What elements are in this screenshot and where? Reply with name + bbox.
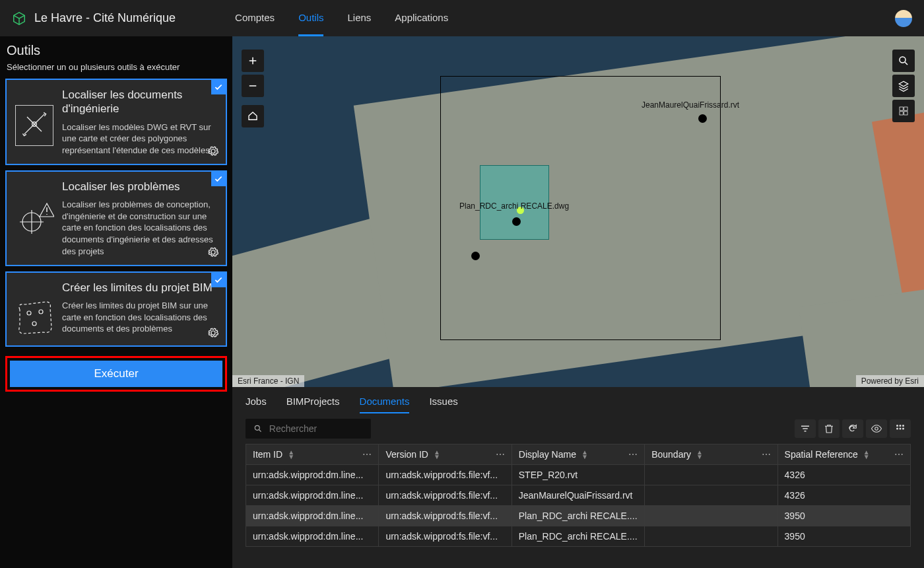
check-icon — [211, 273, 226, 287]
column-sref[interactable]: Spatial Reference▲▼⋯ — [777, 444, 910, 465]
basemap-button[interactable] — [892, 100, 915, 122]
table-row[interactable]: urn:adsk.wipprod:dm.line...urn:adsk.wipp… — [246, 485, 911, 506]
svg-point-2 — [900, 57, 906, 63]
column-menu-icon[interactable]: ⋯ — [496, 449, 505, 460]
svg-rect-5 — [900, 112, 903, 115]
svg-point-14 — [902, 428, 904, 430]
tool-card-locate-issues[interactable]: Localiser les problèmes Localiser les pr… — [5, 170, 227, 266]
project-title: Le Havre - Cité Numérique — [34, 11, 176, 25]
tab-liens[interactable]: Liens — [347, 0, 371, 36]
tab-issues[interactable]: Issues — [429, 396, 457, 413]
column-version[interactable]: Version ID▲▼⋯ — [379, 444, 512, 465]
tool-card-locate-docs[interactable]: Localiser les documents d'ingénierie Loc… — [5, 79, 227, 165]
gear-icon[interactable] — [207, 145, 219, 160]
side-panel-subtitle: Sélectionner un ou plusieurs outils à ex… — [7, 62, 226, 72]
boundary-icon — [15, 298, 54, 337]
gear-icon[interactable] — [207, 246, 219, 261]
execute-highlight: Exécuter — [5, 356, 227, 392]
tab-comptes[interactable]: Comptes — [235, 0, 275, 36]
svg-point-7 — [255, 425, 259, 430]
table-wrap: Item ID▲▼⋯Version ID▲▼⋯Display Name▲▼⋯Bo… — [232, 444, 924, 568]
table-row[interactable]: urn:adsk.wipprod:dm.line...urn:adsk.wipp… — [246, 465, 911, 485]
column-menu-icon[interactable]: ⋯ — [762, 449, 771, 460]
cell-version: urn:adsk.wipprod:fs.file:vf... — [379, 526, 512, 547]
documents-table: Item ID▲▼⋯Version ID▲▼⋯Display Name▲▼⋯Bo… — [246, 444, 911, 547]
target-warning-icon — [15, 197, 54, 236]
map-label-plan-rdc: Plan_RDC_archi RECALE.dwg — [459, 201, 569, 211]
topbar: Le Havre - Cité Numérique Comptes Outils… — [0, 0, 924, 36]
zoom-out-button[interactable] — [242, 75, 264, 97]
compass-icon — [15, 105, 54, 145]
map-marker[interactable] — [698, 114, 707, 123]
apps-button[interactable] — [890, 419, 911, 438]
svg-point-10 — [900, 425, 902, 427]
tab-outils[interactable]: Outils — [298, 0, 323, 36]
delete-button[interactable] — [818, 419, 840, 438]
tool-card-bim-bounds[interactable]: Créer les limites du projet BIM Créer le… — [5, 271, 227, 347]
cell-boundary — [645, 526, 777, 547]
zoom-in-button[interactable] — [242, 50, 264, 72]
tool-title: Localiser les documents d'ingénierie — [62, 88, 218, 116]
tool-desc: Créer les limites du projet BIM sur une … — [62, 300, 218, 335]
user-avatar[interactable] — [895, 10, 912, 27]
sort-icon: ▲▼ — [434, 450, 440, 459]
cell-boundary — [645, 485, 777, 506]
main-area: Plan_RDC_archi RECALE.dwg JeanMaurelQuai… — [232, 36, 924, 568]
side-panel-title: Outils — [7, 43, 226, 58]
column-menu-icon[interactable]: ⋯ — [362, 449, 372, 460]
tab-documents[interactable]: Documents — [360, 396, 410, 413]
app-root: Le Havre - Cité Numérique Comptes Outils… — [0, 0, 924, 568]
tab-jobs[interactable]: Jobs — [246, 396, 267, 413]
cell-display: STEP_R20.rvt — [512, 465, 644, 485]
gear-icon[interactable] — [207, 327, 219, 341]
cell-sref: 4326 — [777, 485, 910, 506]
column-menu-icon[interactable]: ⋯ — [628, 449, 638, 460]
bottom-toolbar — [232, 413, 924, 444]
map-viewport[interactable]: Plan_RDC_archi RECALE.dwg JeanMaurelQuai… — [232, 36, 924, 387]
home-button[interactable] — [242, 105, 264, 127]
column-menu-icon[interactable]: ⋯ — [894, 449, 904, 460]
map-attribution-left: Esri France - IGN — [232, 375, 304, 387]
map-marker[interactable] — [512, 217, 521, 226]
table-search[interactable] — [246, 419, 371, 439]
map-label-jean-maurel: JeanMaurelQuaiFrissard.rvt — [642, 100, 739, 110]
check-icon — [211, 172, 226, 186]
column-item[interactable]: Item ID▲▼⋯ — [246, 444, 379, 465]
tool-desc: Localiser les problèmes de conception, d… — [62, 199, 218, 257]
sort-icon: ▲▼ — [288, 450, 294, 459]
cell-version: urn:adsk.wipprod:fs.file:vf... — [379, 485, 512, 506]
cell-item: urn:adsk.wipprod:dm.line... — [246, 485, 379, 506]
map-search-button[interactable] — [892, 50, 915, 72]
tab-applications[interactable]: Applications — [395, 0, 448, 36]
tab-bimprojects[interactable]: BIMProjects — [286, 396, 340, 413]
app-logo-icon — [12, 11, 26, 26]
visibility-button[interactable] — [866, 419, 887, 438]
svg-rect-6 — [904, 112, 908, 115]
main-tabs: Comptes Outils Liens Applications — [235, 0, 448, 36]
refresh-button[interactable] — [842, 419, 863, 438]
cell-version: urn:adsk.wipprod:fs.file:vf... — [379, 465, 512, 485]
table-row[interactable]: urn:adsk.wipprod:dm.line...urn:adsk.wipp… — [246, 526, 911, 547]
tool-title: Localiser les problèmes — [62, 180, 218, 194]
cell-boundary — [645, 465, 777, 485]
column-display[interactable]: Display Name▲▼⋯ — [512, 444, 644, 465]
cell-boundary — [645, 506, 777, 526]
cell-item: urn:adsk.wipprod:dm.line... — [246, 506, 379, 526]
bottom-tabs: Jobs BIMProjects Documents Issues — [232, 387, 924, 413]
table-row[interactable]: urn:adsk.wipprod:dm.line...urn:adsk.wipp… — [246, 506, 911, 526]
cell-display: Plan_RDC_archi RECALE.... — [512, 506, 644, 526]
filter-button[interactable] — [795, 419, 816, 438]
table-search-input[interactable] — [268, 423, 363, 435]
cell-sref: 3950 — [777, 526, 910, 547]
tool-title: Créer les limites du projet BIM — [62, 281, 218, 295]
layers-button[interactable] — [892, 75, 915, 97]
cell-version: urn:adsk.wipprod:fs.file:vf... — [379, 506, 512, 526]
cell-item: urn:adsk.wipprod:dm.line... — [246, 526, 379, 547]
column-boundary[interactable]: Boundary▲▼⋯ — [645, 444, 777, 465]
side-panel: Outils Sélectionner un ou plusieurs outi… — [0, 36, 232, 568]
svg-point-11 — [902, 425, 904, 427]
map-marker[interactable] — [471, 252, 480, 260]
execute-button[interactable]: Exécuter — [10, 361, 222, 387]
sort-icon: ▲▼ — [696, 450, 703, 459]
bottom-panel: Jobs BIMProjects Documents Issues — [232, 387, 924, 568]
